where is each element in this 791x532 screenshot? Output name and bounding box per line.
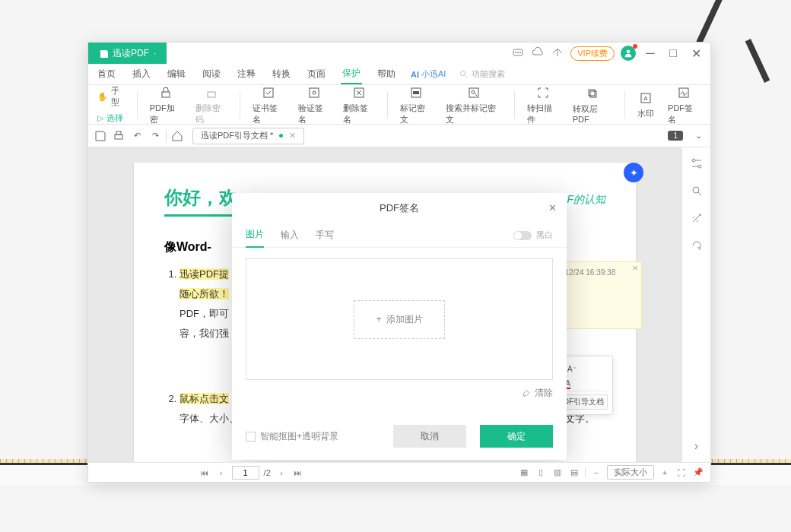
pin-icon[interactable]: 📌 <box>692 467 704 479</box>
share-icon[interactable] <box>551 46 564 60</box>
file-tab-bar: ↶ ↷ 迅读PDF引导文档 * ✕ 1 ⌄ <box>88 125 710 147</box>
menu-convert[interactable]: 转换 <box>271 65 292 84</box>
main-area: ✦ ✕ 024/12/24 16:39:38 你好，欢 PDF的认知 像Word… <box>88 147 710 462</box>
menu-edit[interactable]: 编辑 <box>166 65 187 84</box>
menu-page[interactable]: 页面 <box>306 65 327 84</box>
svg-point-5 <box>461 71 465 75</box>
last-page-icon[interactable]: ⏭ <box>292 467 304 479</box>
close-button[interactable]: ✕ <box>688 45 704 62</box>
svg-rect-7 <box>208 92 215 97</box>
svg-rect-9 <box>310 88 319 97</box>
tool-search-redact[interactable]: 搜索并标记密文 <box>441 84 506 125</box>
app-logo-icon <box>99 49 108 58</box>
confirm-button[interactable]: 确定 <box>480 425 553 448</box>
svg-rect-13 <box>413 91 419 94</box>
menu-bar: 首页 插入 编辑 阅读 注释 转换 页面 保护 帮助 AI小迅AI 功能搜索 <box>88 64 710 85</box>
tool-double-layer[interactable]: 转双层PDF <box>568 85 617 124</box>
title-bar: 迅读PDF · VIP续费 ─ □ ✕ <box>88 43 710 64</box>
ai-assistant-button[interactable]: AI小迅AI <box>411 68 446 80</box>
cloud-icon[interactable] <box>531 46 545 60</box>
tool-hand[interactable]: ✋手型 <box>94 84 129 109</box>
tool-select[interactable]: ▷选择 <box>94 111 129 125</box>
svg-rect-21 <box>115 135 122 139</box>
page-total: /2 <box>264 468 271 477</box>
tool-watermark[interactable]: A水印 <box>633 90 659 119</box>
modal-title: PDF签名 <box>380 201 419 215</box>
feature-search[interactable]: 功能搜索 <box>459 68 505 81</box>
modal-backdrop: PDF签名 ✕ 图片 输入 手写 黑白 + 添加图片 <box>88 147 710 462</box>
svg-rect-14 <box>469 88 478 97</box>
menu-annotate[interactable]: 注释 <box>236 65 257 84</box>
close-tab-icon[interactable]: ✕ <box>289 131 296 141</box>
page-input[interactable] <box>232 466 259 480</box>
view-mode-icon[interactable]: ▦ <box>518 467 530 479</box>
view-single-icon[interactable]: ▯ <box>535 467 547 479</box>
tool-delete-sign[interactable]: 删除签名 <box>338 84 380 125</box>
menu-protect[interactable]: 保护 <box>341 64 362 84</box>
app-title-tab[interactable]: 迅读PDF · <box>88 43 167 64</box>
signature-modal: PDF签名 ✕ 图片 输入 手写 黑白 + 添加图片 <box>232 193 567 460</box>
minimize-button[interactable]: ─ <box>642 45 659 62</box>
page-count-badge: 1 <box>668 131 683 141</box>
bw-toggle[interactable]: 黑白 <box>513 230 553 241</box>
svg-text:A: A <box>643 95 648 102</box>
view-double-icon[interactable]: ▥ <box>551 467 564 479</box>
save-icon[interactable] <box>93 128 108 144</box>
svg-point-10 <box>313 91 316 94</box>
svg-point-1 <box>515 52 516 53</box>
add-image-button[interactable]: + 添加图片 <box>354 300 444 339</box>
svg-point-2 <box>517 52 519 53</box>
vip-button[interactable]: VIP续费 <box>570 46 615 61</box>
svg-point-4 <box>627 50 631 54</box>
status-bar: ⏮ ‹ /2 › ⏭ ▦ ▯ ▥ ▤ − 实际大小 + ⛶ 📌 <box>88 462 710 482</box>
redo-icon[interactable]: ↷ <box>148 128 163 144</box>
prev-page-icon[interactable]: ‹ <box>215 467 227 479</box>
svg-point-15 <box>472 90 475 93</box>
next-page-icon[interactable]: › <box>275 467 287 479</box>
tool-to-scan[interactable]: 转扫描件 <box>523 84 564 125</box>
tool-mark-redact[interactable]: 标记密文 <box>396 84 437 125</box>
menu-insert[interactable]: 插入 <box>131 65 152 84</box>
view-cont-icon[interactable]: ▤ <box>568 467 580 479</box>
avatar[interactable] <box>621 46 636 61</box>
document-tab[interactable]: 迅读PDF引导文档 * ✕ <box>192 128 304 144</box>
maximize-button[interactable]: □ <box>665 45 681 62</box>
tool-cert-sign[interactable]: 证书签名 <box>248 84 289 125</box>
menu-help[interactable]: 帮助 <box>376 65 397 84</box>
cancel-button[interactable]: 取消 <box>393 425 466 448</box>
fullscreen-icon[interactable]: ⛶ <box>675 467 688 479</box>
zoom-out-icon[interactable]: − <box>590 467 602 479</box>
tab-handwrite[interactable]: 手写 <box>316 223 334 248</box>
chat-icon[interactable] <box>511 46 525 60</box>
menu-read[interactable]: 阅读 <box>201 65 222 84</box>
ribbon-toolbar: ✋手型 ▷选择 PDF加密 删除密码 证书签名 验证签名 删除签名 标记密文 搜… <box>88 85 710 125</box>
tool-remove-password[interactable]: 删除密码 <box>191 84 232 125</box>
home-icon[interactable] <box>170 128 185 144</box>
modal-close-button[interactable]: ✕ <box>545 201 559 214</box>
menu-home[interactable]: 首页 <box>96 65 117 84</box>
eraser-icon <box>522 386 532 401</box>
svg-rect-22 <box>116 131 121 135</box>
tab-image[interactable]: 图片 <box>246 223 264 248</box>
first-page-icon[interactable]: ⏮ <box>199 467 211 479</box>
tool-pdf-sign[interactable]: PDF签名 <box>663 84 704 125</box>
print-icon[interactable] <box>111 128 126 144</box>
svg-rect-6 <box>162 92 170 97</box>
smart-cutout-checkbox[interactable]: 智能抠图+透明背景 <box>246 430 338 443</box>
plus-icon: + <box>376 314 381 325</box>
expand-icon[interactable]: ⌄ <box>691 128 706 144</box>
app-window: 迅读PDF · VIP续费 ─ □ ✕ 首页 插入 编辑 阅读 注释 转换 页面… <box>87 42 711 483</box>
svg-rect-8 <box>264 88 273 97</box>
zoom-in-icon[interactable]: + <box>659 467 671 479</box>
undo-icon[interactable]: ↶ <box>129 128 145 144</box>
document-name: 迅读PDF引导文档 * <box>201 130 273 141</box>
app-dropdown-icon: · <box>154 48 156 59</box>
tab-input[interactable]: 输入 <box>281 223 299 248</box>
tool-encrypt[interactable]: PDF加密 <box>145 84 186 125</box>
zoom-label[interactable]: 实际大小 <box>607 465 654 480</box>
svg-rect-16 <box>589 90 595 96</box>
signature-canvas: + 添加图片 <box>246 258 553 380</box>
clear-button[interactable]: 清除 <box>535 387 553 400</box>
svg-point-3 <box>519 52 521 53</box>
tool-verify-sign[interactable]: 验证签名 <box>294 84 335 125</box>
